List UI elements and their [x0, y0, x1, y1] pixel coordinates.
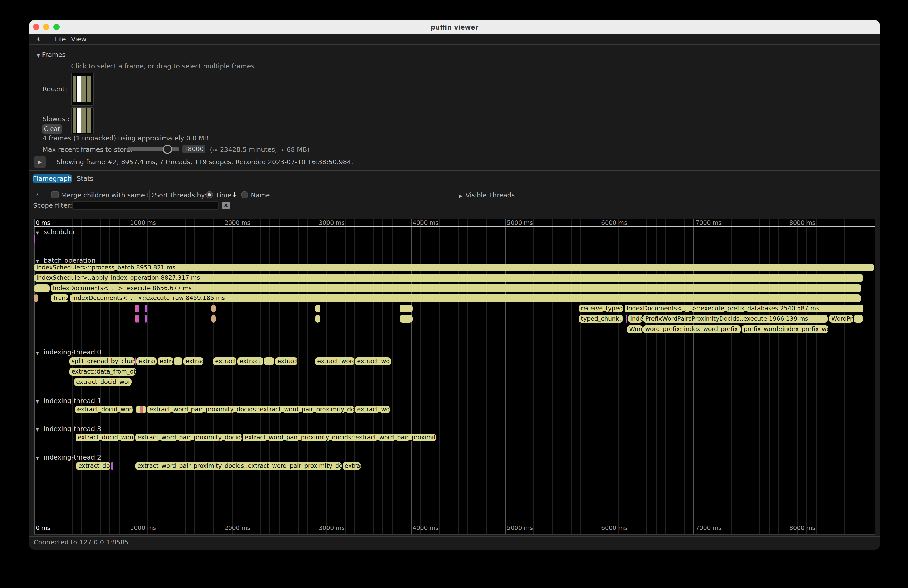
- flame-bar[interactable]: extract_: [213, 357, 236, 365]
- sort-threads-label: Sort threads by:: [155, 192, 206, 198]
- flame-bar[interactable]: [145, 315, 147, 323]
- flame-bar[interactable]: extract_doc: [76, 462, 110, 470]
- flame-bar[interactable]: Word: [627, 325, 642, 333]
- flame-bar[interactable]: split_grenad_by_chun: [69, 357, 135, 365]
- flame-bar[interactable]: [264, 357, 274, 365]
- flame-bar[interactable]: typed_chunk::w: [579, 315, 623, 323]
- frame-thumbnail-bar[interactable]: [81, 108, 85, 133]
- flame-bar[interactable]: extract_docid_word: [75, 406, 133, 413]
- flame-bar[interactable]: IndexDocuments<_, _>::execute_prefix_dat…: [625, 305, 863, 312]
- flame-bar[interactable]: extract_word: [315, 357, 354, 365]
- flame-bar[interactable]: WordPr: [829, 315, 853, 323]
- frame-thumbnail-bar[interactable]: [77, 76, 81, 102]
- flame-bar[interactable]: [145, 305, 147, 312]
- flame-bar[interactable]: prefix_word::index_prefix_wo: [742, 325, 828, 333]
- flame-bar[interactable]: [34, 235, 35, 243]
- help-button[interactable]: ?: [35, 192, 39, 198]
- sort-name-radio[interactable]: [241, 191, 248, 198]
- thread-label[interactable]: ▼ indexing-thread:3: [36, 425, 101, 432]
- merge-children-label[interactable]: Merge children with same ID: [61, 192, 154, 198]
- frame-thumbnail-bar[interactable]: [77, 108, 81, 133]
- flame-bar[interactable]: IndexDocuments<_, _>::execute_raw 8459.1…: [70, 294, 861, 302]
- frames-section-header[interactable]: ▼ Frames: [37, 51, 66, 58]
- flame-bar[interactable]: [211, 305, 216, 312]
- chevron-down-icon: ▼: [36, 351, 39, 355]
- sort-time-label[interactable]: Time: [216, 192, 232, 198]
- sort-name-label[interactable]: Name: [251, 192, 270, 198]
- flame-bar[interactable]: [34, 294, 38, 302]
- thread-section-separator: [34, 394, 875, 394]
- flame-bar[interactable]: extract_word_pair_proximity_docids::extr…: [243, 434, 436, 441]
- slowest-frames-thumbnail[interactable]: [71, 107, 94, 134]
- flame-bar[interactable]: extract_word_pair_proximity_docids::extr…: [135, 462, 341, 470]
- thread-label[interactable]: ▼ batch-operation: [36, 257, 95, 264]
- flame-bar[interactable]: [626, 315, 627, 323]
- axis-tick-label: 0 ms: [36, 220, 50, 226]
- flame-bar[interactable]: IndexScheduler>::apply_index_operation 8…: [34, 274, 863, 281]
- flame-bar[interactable]: extract_wo: [355, 406, 390, 413]
- flame-bar[interactable]: extract_docid_word: [74, 378, 132, 386]
- flame-bar[interactable]: PrefixWordPairsProximityDocids::execute …: [643, 315, 828, 323]
- flame-bar[interactable]: [135, 315, 137, 323]
- tab-flamegraph[interactable]: Flamegraph: [33, 174, 72, 183]
- flame-bar[interactable]: receive_typed_: [579, 305, 623, 312]
- frame-thumbnail-bar[interactable]: [72, 108, 76, 133]
- flame-bar[interactable]: [399, 315, 412, 323]
- flame-bar[interactable]: [315, 305, 320, 312]
- slider-knob[interactable]: [163, 145, 172, 154]
- flame-bar[interactable]: [853, 315, 863, 323]
- flame-bar[interactable]: extract: [275, 357, 298, 365]
- clear-button[interactable]: Clear: [42, 124, 62, 134]
- theme-toggle-icon[interactable]: ☀: [35, 34, 42, 45]
- tab-stats[interactable]: Stats: [75, 174, 95, 183]
- flame-bar[interactable]: extract: [136, 357, 156, 365]
- sort-time-radio[interactable]: [206, 191, 213, 198]
- flame-bar[interactable]: [137, 305, 139, 312]
- thread-label[interactable]: ▼ scheduler: [36, 228, 76, 235]
- flame-bar[interactable]: extract_: [237, 357, 263, 365]
- flame-bar[interactable]: Trans: [51, 294, 68, 302]
- flame-bar[interactable]: [140, 406, 143, 413]
- max-frames-value[interactable]: 18000: [182, 145, 205, 153]
- flame-bar[interactable]: [34, 284, 50, 292]
- scope-filter-clear-button[interactable]: x: [222, 201, 230, 209]
- merge-children-checkbox[interactable]: [51, 191, 59, 198]
- title-bar[interactable]: puffin viewer: [29, 20, 880, 34]
- frame-thumbnail-bar[interactable]: [81, 76, 85, 102]
- thread-label[interactable]: ▼ indexing-thread:0: [36, 349, 101, 355]
- slowest-label: Slowest:: [42, 116, 70, 122]
- flamegraph-canvas[interactable]: 0 ms1000 ms2000 ms3000 ms4000 ms5000 ms6…: [34, 218, 875, 535]
- menu-item-view[interactable]: View: [71, 34, 86, 45]
- flame-bar[interactable]: [399, 305, 412, 312]
- flame-bar[interactable]: extract_word_pair_proximity_docids::extr…: [147, 406, 354, 413]
- flame-bar[interactable]: extract_word_pair_proximity_docids: [135, 434, 241, 441]
- flame-bar[interactable]: extract_docid_word: [76, 434, 134, 441]
- recent-frames-thumbnail[interactable]: [71, 72, 94, 106]
- flame-bar[interactable]: IndexScheduler>::process_batch 8953.821 …: [34, 264, 874, 271]
- frame-thumbnail-bar[interactable]: [72, 76, 76, 102]
- flame-bar[interactable]: [315, 315, 320, 323]
- axis-line: [34, 227, 875, 227]
- flame-bar[interactable]: IndexDocuments<_, _>::execute 8656.677 m…: [51, 284, 861, 292]
- flame-bar[interactable]: [211, 315, 216, 323]
- visible-threads-section[interactable]: ▶Visible Threads: [459, 192, 515, 198]
- flame-bar[interactable]: index: [628, 315, 642, 323]
- flame-bar[interactable]: [137, 315, 139, 323]
- scope-filter-input[interactable]: [72, 201, 219, 210]
- thread-label[interactable]: ▼ indexing-thread:2: [36, 454, 101, 461]
- flame-bar[interactable]: word_prefix::index_word_prefix_: [643, 325, 741, 333]
- flame-bar[interactable]: extract_wo: [355, 357, 391, 365]
- flame-bar[interactable]: [111, 462, 113, 470]
- flame-bar[interactable]: extract::data_from_ob: [69, 368, 136, 375]
- menu-item-file[interactable]: File: [55, 34, 66, 45]
- frame-thumbnail-bar[interactable]: [87, 76, 91, 102]
- thread-label[interactable]: ▼ indexing-thread:1: [36, 397, 101, 404]
- play-button[interactable]: ▶: [34, 156, 46, 168]
- flame-bar[interactable]: extrac: [343, 462, 361, 470]
- flame-bar[interactable]: extra: [158, 357, 173, 365]
- sort-direction-icon[interactable]: ↓: [232, 192, 237, 198]
- flame-bar[interactable]: [135, 305, 137, 312]
- flame-bar[interactable]: extrac: [184, 357, 203, 365]
- flame-bar[interactable]: [174, 357, 182, 365]
- frame-thumbnail-bar[interactable]: [87, 108, 91, 133]
